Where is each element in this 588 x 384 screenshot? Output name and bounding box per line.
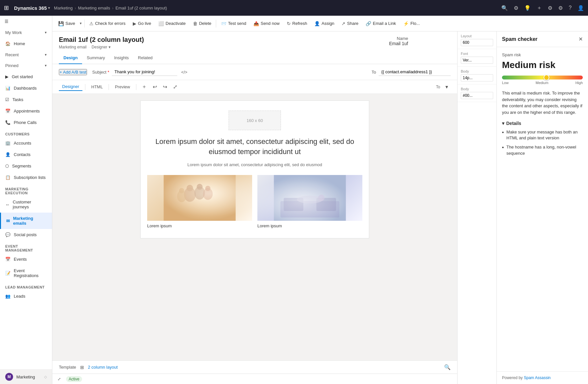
gear-icon[interactable]: ⚙	[558, 5, 563, 11]
settings-circle-icon[interactable]: ⚙	[514, 5, 518, 11]
sidebar-item-customerjourneys[interactable]: ↔ Customer journeys	[0, 196, 52, 213]
check-errors-button[interactable]: ⚠ Check for errors	[86, 19, 129, 28]
spam-panel-close-button[interactable]: ✕	[579, 36, 583, 42]
test-send-icon: 📨	[221, 21, 226, 26]
deactivate-button[interactable]: ⬜ Deactivate	[155, 19, 189, 28]
form-area: Email 1uf (2 column layout) Marketing em…	[52, 31, 457, 384]
person-icon[interactable]: 👤	[578, 5, 584, 11]
prop-body-size: Body	[458, 67, 496, 84]
column-2-image	[257, 175, 362, 221]
spam-risk-label: Spam risk	[502, 52, 583, 57]
subject-code-icon[interactable]: </>	[180, 68, 189, 76]
tabs-bar: Design Summary Insights Related	[52, 52, 457, 64]
search-icon[interactable]: 🔍	[501, 5, 508, 11]
save-button[interactable]: 💾 Save	[55, 19, 78, 28]
spam-panel-header: Spam checker ✕	[497, 31, 588, 47]
breadcrumb-marketing-emails[interactable]: Marketing emails	[78, 6, 110, 10]
sidebar-item-socialposts[interactable]: 💬 Social posts	[0, 229, 52, 240]
to-input[interactable]	[379, 68, 451, 76]
sidebar-item-marketing-bottom[interactable]: M Marketing ◇	[0, 369, 52, 384]
svg-point-15	[318, 195, 325, 201]
spam-assassin-link[interactable]: Spam Assassin	[524, 375, 551, 380]
share-button[interactable]: ↗ Share	[338, 19, 362, 28]
tab-related[interactable]: Related	[133, 52, 157, 64]
assign-button[interactable]: 👤 Assign	[311, 19, 337, 28]
page-title: Email 1uf (2 column layout)	[59, 36, 144, 44]
add-ab-test-button[interactable]: + Add A/B test	[59, 69, 87, 75]
sidebar-item-getstarted[interactable]: ▶ Get started	[0, 71, 52, 82]
prop-layout-input[interactable]	[461, 39, 493, 46]
undo-button[interactable]: ↩	[150, 82, 160, 91]
status-badge: Active	[66, 376, 82, 382]
brand-name[interactable]: Dynamics 365 ▾	[14, 5, 50, 11]
plus-icon[interactable]: ＋	[537, 5, 542, 11]
prop-body-color: Body	[458, 84, 496, 102]
expand-status-icon[interactable]: ⤢	[58, 377, 61, 381]
details-header[interactable]: ▾ Details	[502, 121, 583, 126]
tab-design[interactable]: Design	[59, 52, 82, 64]
sidebar-item-leads[interactable]: 👥 Leads	[0, 290, 52, 302]
template-search-icon[interactable]: 🔍	[444, 364, 451, 370]
sidebar-item-appointments[interactable]: 📅 Appointments	[0, 105, 52, 117]
redo-button[interactable]: ↪	[160, 82, 170, 91]
email-canvas-wrapper[interactable]: 160 x 60 Lorem ipsum dolor sit amet, con…	[52, 94, 457, 360]
accounts-icon: 🏢	[5, 141, 10, 146]
prop-body-color-input[interactable]	[461, 92, 493, 99]
test-send-button[interactable]: 📨 Test send	[217, 19, 250, 28]
collapse-panel-button[interactable]: ▾	[443, 82, 451, 91]
sidebar-label-marketingemails: Marketing emails	[13, 216, 47, 226]
save-dropdown-button[interactable]: ▾	[78, 19, 83, 27]
sidebar-item-accounts[interactable]: 🏢 Accounts	[0, 137, 52, 149]
sidebar-item-segments[interactable]: ⬡ Segments	[0, 160, 52, 172]
sidebar-item-home[interactable]: 🏠 Home	[0, 38, 52, 49]
sidebar-item-eventregistrations[interactable]: 📝 Event Registrations	[0, 265, 52, 281]
flow-button[interactable]: ⚡ Flo...	[400, 19, 423, 28]
spam-footer-text: Powered by	[502, 375, 523, 380]
email-link-button[interactable]: 🔗 Email a Link	[362, 19, 399, 28]
editor-tab-html[interactable]: HTML	[88, 83, 106, 91]
help-icon[interactable]: ?	[569, 5, 572, 11]
send-now-button[interactable]: 📤 Send now	[250, 19, 283, 28]
sidebar-item-phonecalls[interactable]: 📞 Phone Calls	[0, 117, 52, 128]
sidebar-label-socialposts: Social posts	[14, 232, 37, 237]
marketing-avatar: M	[5, 373, 13, 381]
segments-icon: ⬡	[5, 164, 9, 168]
socialposts-icon: 💬	[5, 232, 10, 237]
sidebar-collapse-mywork[interactable]: My Work ▾	[0, 27, 52, 38]
sidebar-item-dashboards[interactable]: 📊 Dashboards	[0, 82, 52, 94]
sidebar-item-marketingemails[interactable]: ✉ Marketing emails	[0, 213, 52, 229]
delete-button[interactable]: 🗑 Delete	[190, 19, 215, 28]
sidebar-item-tasks[interactable]: ☑ Tasks	[0, 94, 52, 105]
go-live-button[interactable]: ▶ Go live	[130, 19, 154, 28]
sidebar-label-appointments: Appointments	[14, 109, 40, 113]
designer-view-label[interactable]: Designer ▾	[92, 45, 111, 49]
editor-tab-preview[interactable]: Preview	[112, 83, 133, 91]
logo-placeholder: 160 x 60	[229, 111, 281, 130]
sidebar-item-events[interactable]: 📅 Events	[0, 253, 52, 265]
designer-chevron: ▾	[109, 45, 111, 49]
apps-icon[interactable]: ⊞	[4, 4, 9, 11]
sidebar-label-accounts: Accounts	[14, 141, 31, 146]
detail-bullet-1: •	[502, 130, 504, 135]
refresh-button[interactable]: ↻ Refresh	[284, 19, 311, 28]
add-block-button[interactable]: ＋	[139, 82, 149, 92]
flow-icon: ⚡	[403, 21, 409, 26]
svg-point-14	[297, 196, 323, 203]
editor-tab-designer[interactable]: Designer	[59, 83, 82, 91]
sidebar-item-recent[interactable]: Recent ▾	[0, 49, 52, 60]
prop-font-input[interactable]	[461, 57, 493, 64]
expand-button[interactable]: ⤢	[170, 82, 180, 91]
sidebar-label-leads: Leads	[14, 294, 25, 299]
filter-icon[interactable]: ⚙	[548, 5, 552, 11]
tab-insights[interactable]: Insights	[110, 52, 133, 64]
template-link[interactable]: 2 column layout	[88, 365, 118, 370]
sidebar-item-contacts[interactable]: 👤 Contacts	[0, 149, 52, 160]
sidebar-hamburger[interactable]: ☰	[0, 16, 52, 27]
tab-summary[interactable]: Summary	[82, 52, 110, 64]
spam-assassin-label: Spam Assassin	[524, 375, 551, 380]
sidebar-item-pinned[interactable]: Pinned ▾	[0, 60, 52, 71]
bulb-icon[interactable]: 💡	[524, 5, 531, 11]
sidebar-item-subscriptionlists[interactable]: 📋 Subscription lists	[0, 172, 52, 183]
subject-input[interactable]	[112, 68, 177, 76]
prop-body-size-input[interactable]	[461, 74, 493, 81]
